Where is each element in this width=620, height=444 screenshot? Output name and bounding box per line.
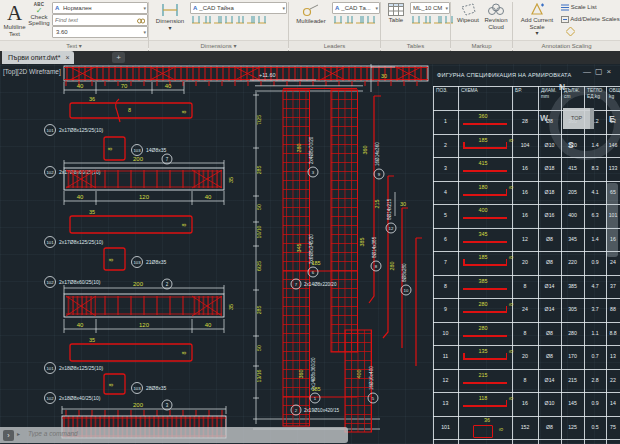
cad-annotation: 8Ø14x385 (372, 236, 377, 258)
sync-scales-icon[interactable] (566, 27, 575, 36)
leader-style-dropdown[interactable]: A_CAD Та...▾ (332, 2, 380, 14)
new-tab-button[interactable]: + (112, 52, 125, 63)
spec-cell: 400 (561, 204, 584, 227)
leader-tool-icon-4[interactable] (366, 15, 376, 25)
svg-text:28Ø8x35: 28Ø8x35 (146, 385, 167, 391)
svg-text:102: 102 (46, 170, 54, 175)
spec-cell: 13 (606, 345, 620, 368)
find-text-box[interactable] (52, 14, 148, 26)
dim-tool-icon-2[interactable] (202, 15, 212, 25)
spec-cell: Ø8 (538, 322, 561, 345)
command-options-icon[interactable]: ▸ (17, 430, 20, 437)
cad-annotation: 345 (296, 243, 302, 252)
dimensions-panel-label[interactable]: Dimensions ▾ (149, 40, 288, 51)
text-style-dropdown[interactable]: A Нормален▾ (52, 2, 148, 14)
spec-cell: 8 (512, 369, 538, 392)
text-height-dropdown[interactable]: 3.60▾ (52, 26, 148, 38)
leader-tool-icon-3[interactable] (355, 15, 365, 25)
cad-annotation: 2x19Ø10x420/15 (304, 408, 339, 413)
spec-cell: 385 (461, 277, 511, 297)
dim-style-dropdown[interactable]: A_CAD Тайна▾ (190, 2, 287, 14)
spec-cell: 305 (561, 298, 584, 321)
svg-text:40: 40 (77, 83, 84, 89)
cad-annotation: 360 (362, 145, 368, 154)
spec-cell: 63 (606, 110, 620, 133)
leaders-panel-label[interactable]: Leaders (289, 40, 380, 51)
tab-close-icon[interactable]: × (65, 54, 69, 61)
svg-text:8: 8 (107, 147, 113, 150)
check-spelling-button[interactable]: ABC ✓ Check Spelling (28, 3, 50, 27)
spec-cell: Ø18 (538, 181, 561, 204)
spec-cell: Ø8 (538, 251, 561, 274)
svg-text:14Ø8x35: 14Ø8x35 (146, 147, 167, 153)
dim-tool-icon-1[interactable] (191, 15, 201, 25)
dim-tool-icon-5[interactable] (235, 15, 245, 25)
spec-cell: 75 (606, 416, 620, 439)
tables-panel-label[interactable]: Tables (381, 40, 450, 51)
wipeout-button[interactable]: Wipeout (454, 3, 482, 24)
spec-cell: 1.4 (584, 228, 606, 251)
dim-tool-icon-7[interactable] (257, 15, 267, 25)
spec-cell: 360 (561, 110, 584, 133)
close-icon[interactable]: × (607, 67, 616, 76)
annotation-scaling-panel-label[interactable]: Annotation Scaling (513, 40, 620, 51)
dim-tool-icon-3[interactable] (213, 15, 223, 25)
spec-cell: ПОЗ. (434, 88, 459, 94)
table-tool-icon-1[interactable] (411, 15, 421, 25)
spec-cell: 205 (561, 181, 584, 204)
cad-annotation: 280 (389, 261, 395, 270)
cad-annotation: 400 (356, 369, 362, 378)
leader-tool-icon-1[interactable] (333, 15, 343, 25)
svg-text:40: 40 (205, 194, 212, 200)
add-current-scale-button[interactable]: Add Current Scale▾ (516, 3, 558, 36)
spec-cell: 0.9 (584, 392, 606, 415)
spec-cell: 3.7 (584, 298, 606, 321)
find-text-input[interactable] (53, 16, 130, 24)
leader-tool-icon-2[interactable] (344, 15, 354, 25)
scale-list-button[interactable]: Scale List (560, 4, 597, 11)
table-style-dropdown[interactable]: ML_10 CM▾ (410, 2, 450, 14)
minimize-icon[interactable]: — (583, 67, 595, 76)
spec-cell: 88 (606, 298, 620, 321)
table-tool-icon-3[interactable] (433, 15, 443, 25)
spec-cell: 1.4 (584, 134, 606, 157)
add-delete-scales-button[interactable]: Add/Delete Scales (560, 16, 620, 23)
markup-panel-label[interactable]: Markup (451, 40, 512, 51)
dim-tool-icon-6[interactable] (246, 15, 256, 25)
cad-annotation: 8Ø14x215 (387, 198, 392, 220)
file-tab[interactable]: Първи опит.dwt*× (2, 51, 74, 64)
spec-cell: 0.5 (584, 416, 606, 439)
spec-cell: 1.1 (584, 322, 606, 345)
text-panel-label[interactable]: Text ▾ (0, 40, 148, 51)
svg-text:120: 120 (139, 322, 150, 328)
multiline-text-label: Multiline (3, 24, 25, 30)
spec-cell: 12 (433, 369, 458, 392)
table-button[interactable]: Table (383, 3, 409, 24)
spec-cell: Ø16 (538, 204, 561, 227)
spec-cell: ТЕГЛОЕД.kg (585, 88, 607, 100)
spec-cell: 2808 (461, 300, 511, 320)
command-line-icon[interactable]: › (3, 430, 14, 441)
multileader-button[interactable]: Multileader (292, 3, 330, 25)
spec-cell: 4 (433, 181, 458, 204)
spec-cell: 20 (512, 345, 538, 368)
table-tool-icon-2[interactable] (422, 15, 432, 25)
spec-cell: Ø18 (538, 157, 561, 180)
cad-annotation: 50 (256, 204, 262, 210)
restore-icon[interactable]: ▢ (595, 67, 607, 76)
dimension-button[interactable]: Dimension▾ (152, 3, 188, 31)
multiline-text-button[interactable]: A Multiline Text (1, 2, 28, 37)
revision-cloud-button[interactable]: Revision Cloud (482, 3, 510, 30)
spec-cell: 415 (561, 157, 584, 180)
table-tool-icon-4[interactable] (444, 15, 454, 25)
spec-cell: 215 (461, 371, 511, 391)
spec-cell: 1.2 (584, 110, 606, 133)
spec-cell: Ø14 (538, 369, 561, 392)
cad-annotation: 385 (359, 237, 365, 246)
spec-cell (433, 86, 620, 87)
command-input[interactable] (26, 429, 280, 438)
spec-cell: 20 (512, 251, 538, 274)
revision-cloud-icon (487, 3, 505, 16)
dim-tool-icon-4[interactable] (224, 15, 234, 25)
vertical-scrollbar-thumb[interactable] (606, 183, 618, 257)
